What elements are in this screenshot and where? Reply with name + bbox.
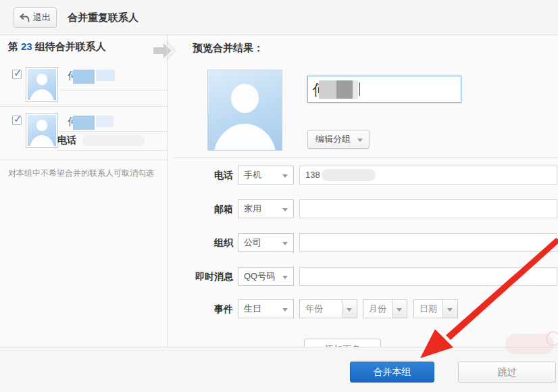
contact-1-name-redacted: 何 bbox=[68, 70, 115, 84]
email-type-value: 家用 bbox=[244, 203, 261, 214]
phone-type-value: 手机 bbox=[244, 170, 261, 180]
event-type-value: 生日 bbox=[244, 303, 261, 314]
censor-block bbox=[322, 169, 376, 181]
chevron-down-icon bbox=[282, 242, 288, 245]
organization-row: 组织 公司 bbox=[172, 233, 558, 252]
im-row: 即时消息 QQ号码 bbox=[172, 267, 558, 286]
event-month-value: 月份 bbox=[369, 303, 386, 314]
divider bbox=[57, 150, 167, 151]
event-year-value: 年份 bbox=[305, 303, 323, 314]
dropdown-arrow-segment bbox=[342, 300, 357, 318]
phone-label: 电话 bbox=[172, 166, 233, 185]
email-type-dropdown[interactable]: 家用 bbox=[238, 199, 294, 218]
contact-2-checkbox[interactable]: ✓ bbox=[12, 116, 22, 125]
add-more-button[interactable]: 添加更多 bbox=[304, 339, 381, 347]
merged-contact-avatar bbox=[207, 70, 282, 151]
top-bar: 退出 合并重复联系人 bbox=[0, 0, 558, 35]
organization-type-value: 公司 bbox=[244, 237, 261, 247]
skip-button[interactable]: 跳过 bbox=[458, 362, 556, 383]
contact-2-phone-redacted bbox=[82, 135, 145, 146]
phone-type-dropdown[interactable]: 手机 bbox=[238, 166, 294, 185]
contact-2-phone-label: 电话 bbox=[57, 134, 76, 147]
watermark bbox=[546, 331, 558, 346]
dropdown-arrow-segment bbox=[392, 300, 407, 318]
censor-block bbox=[73, 70, 95, 84]
preview-heading: 预览合并结果： bbox=[193, 42, 263, 55]
email-row: 邮箱 家用 bbox=[172, 199, 558, 218]
event-year-dropdown[interactable]: 年份 bbox=[299, 299, 357, 318]
contact-2-name-redacted: 何 bbox=[68, 116, 113, 130]
person-silhouette-icon bbox=[28, 69, 56, 100]
person-silhouette-icon bbox=[28, 115, 56, 146]
merged-name-input[interactable]: 何 bbox=[307, 76, 461, 103]
divider bbox=[57, 90, 167, 91]
chevron-down-icon bbox=[282, 208, 288, 212]
chevron-down-icon bbox=[282, 276, 288, 279]
organization-label: 组织 bbox=[172, 233, 233, 252]
merge-group-button[interactable]: 合并本组 bbox=[350, 362, 434, 383]
phone-value-text: 138 bbox=[305, 166, 320, 184]
event-row: 事件 生日 年份 月份 日期 bbox=[172, 299, 558, 318]
email-label: 邮箱 bbox=[172, 199, 233, 218]
organization-value-input[interactable] bbox=[299, 233, 557, 252]
chevron-down-icon bbox=[282, 174, 288, 178]
group-header: 第23组待合并联系人 bbox=[8, 41, 106, 53]
contact-1-checkbox[interactable]: ✓ bbox=[12, 70, 22, 79]
censor-block bbox=[96, 116, 113, 127]
check-icon: ✓ bbox=[14, 113, 22, 125]
event-day-value: 日期 bbox=[420, 303, 437, 314]
organization-type-dropdown[interactable]: 公司 bbox=[238, 233, 294, 252]
im-label: 即时消息 bbox=[172, 267, 233, 286]
edit-group-dropdown[interactable]: 编辑分组 bbox=[307, 130, 370, 149]
censor-block bbox=[96, 70, 115, 81]
phone-value-input[interactable]: 138 bbox=[299, 166, 557, 185]
censor-block bbox=[319, 80, 336, 99]
uncheck-hint-text: 对本组中不希望合并的联系人可取消勾选 bbox=[8, 168, 154, 179]
dropdown-arrow-segment bbox=[442, 300, 457, 318]
text-cursor bbox=[359, 82, 360, 96]
panel-divider bbox=[167, 35, 168, 347]
contact-1-avatar bbox=[26, 67, 58, 102]
red-pointer-arrow bbox=[0, 0, 558, 392]
event-day-dropdown[interactable]: 日期 bbox=[413, 299, 458, 318]
edit-group-label: 编辑分组 bbox=[315, 134, 351, 144]
event-type-dropdown[interactable]: 生日 bbox=[238, 299, 294, 318]
merge-contacts-window: 退出 合并重复联系人 第23组待合并联系人 ✓ 何 ✓ 何 电话 对本组中不希望… bbox=[0, 0, 558, 392]
event-month-dropdown[interactable]: 月份 bbox=[363, 299, 407, 318]
censor-block bbox=[353, 80, 358, 99]
chevron-down-icon bbox=[447, 308, 453, 312]
exit-button[interactable]: 退出 bbox=[14, 7, 57, 28]
chevron-down-icon bbox=[282, 308, 288, 312]
chevron-down-icon bbox=[397, 308, 402, 312]
divider bbox=[0, 106, 167, 107]
check-icon: ✓ bbox=[14, 67, 22, 79]
chevron-down-icon bbox=[347, 308, 352, 312]
phone-row: 电话 手机 138 bbox=[172, 166, 558, 185]
im-type-value: QQ号码 bbox=[244, 271, 275, 281]
add-more-button-clipped: 添加更多 bbox=[304, 339, 381, 347]
contact-2-avatar bbox=[26, 113, 58, 148]
censor-block bbox=[73, 116, 95, 130]
censor-block bbox=[336, 80, 353, 99]
email-value-input[interactable] bbox=[299, 199, 557, 218]
im-type-dropdown[interactable]: QQ号码 bbox=[238, 267, 294, 286]
exit-button-label: 退出 bbox=[33, 11, 51, 24]
merge-direction-arrow-icon bbox=[151, 40, 178, 64]
group-number: 23 bbox=[21, 41, 32, 52]
back-arrow-icon bbox=[20, 14, 30, 22]
divider bbox=[0, 160, 167, 160]
page-title: 合并重复联系人 bbox=[68, 0, 138, 35]
group-header-prefix: 第 bbox=[8, 41, 18, 52]
section-divider bbox=[172, 157, 558, 158]
divider bbox=[57, 131, 167, 132]
chevron-down-icon bbox=[357, 139, 363, 142]
event-label: 事件 bbox=[172, 299, 233, 318]
group-header-suffix: 组待合并联系人 bbox=[35, 41, 106, 52]
im-value-input[interactable] bbox=[299, 267, 557, 286]
